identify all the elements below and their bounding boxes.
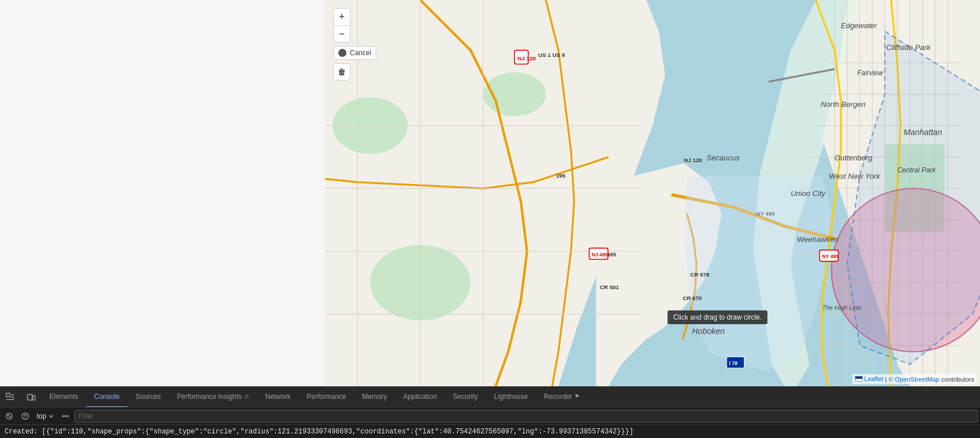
svg-text:I 78: I 78	[729, 360, 738, 366]
left-panel	[0, 0, 325, 386]
svg-text:Manhattan: Manhattan	[904, 128, 942, 137]
cancel-button[interactable]: Cancel	[333, 46, 376, 60]
svg-text:North Bergen: North Bergen	[821, 100, 866, 109]
osm-link[interactable]: © OpenStreetMap	[889, 376, 940, 383]
tab-network[interactable]: Network	[257, 387, 299, 408]
cancel-label: Cancel	[350, 49, 371, 57]
svg-text:West New York: West New York	[829, 172, 881, 180]
svg-text:NJ 120: NJ 120	[518, 55, 536, 62]
svg-text:NJ 495: NJ 495	[592, 252, 608, 258]
svg-text:CR 501: CR 501	[600, 284, 619, 290]
svg-text:CR 678: CR 678	[690, 271, 710, 278]
svg-text:Secaucus: Secaucus	[707, 153, 740, 162]
tab-sources[interactable]: Sources	[128, 387, 169, 408]
show-console-sidebar-button[interactable]	[59, 409, 72, 423]
context-selector[interactable]: top	[34, 411, 56, 421]
svg-rect-76	[28, 394, 32, 400]
leaflet-link[interactable]: Leaflet	[865, 375, 883, 382]
devtools-bar: Elements Console Sources Performance ins…	[0, 386, 980, 438]
svg-line-79	[7, 414, 11, 418]
svg-text:CR 670: CR 670	[682, 295, 702, 301]
svg-rect-72	[6, 393, 10, 397]
console-filter-toggle[interactable]	[18, 409, 32, 423]
map-container: NY 495 NJ 120 CR 678 CR 670 CR 653 CR 50…	[325, 0, 980, 386]
svg-text:Union City: Union City	[790, 189, 826, 198]
tab-elements[interactable]: Elements	[41, 387, 86, 408]
svg-text:US 1 US 9: US 1 US 9	[538, 52, 565, 58]
svg-text:Fairview: Fairview	[857, 69, 883, 77]
svg-text:Cliffside Park: Cliffside Park	[886, 43, 931, 52]
contributors-label: contributors	[942, 376, 974, 383]
tab-performance-insights[interactable]: Performance insights ⚠	[169, 387, 257, 408]
cancel-dot-icon	[338, 49, 346, 57]
svg-point-86	[67, 416, 68, 417]
recorder-icon: ⚑	[574, 393, 580, 399]
console-output-text: Created: [{"id":110,"shape_props":{"shap…	[5, 428, 634, 436]
svg-text:NY 495: NY 495	[822, 253, 839, 259]
chevron-down-icon	[48, 413, 54, 419]
svg-rect-77	[33, 395, 35, 400]
zoom-in-button[interactable]: +	[333, 8, 350, 25]
map-attribution: Leaflet | © OpenStreetMap contributors	[852, 374, 977, 384]
filter-input[interactable]	[75, 410, 978, 422]
svg-text:Central Park: Central Park	[897, 166, 936, 174]
map-controls: + − Cancel 🗑	[333, 8, 376, 80]
trash-button[interactable]: 🗑	[333, 63, 350, 80]
draw-circle-tooltip: Click and drag to draw circle.	[668, 310, 767, 324]
inspect-element-button[interactable]	[0, 387, 21, 408]
console-toolbar: top	[0, 407, 980, 424]
console-output: Created: [{"id":110,"shape_props":{"shap…	[0, 424, 980, 438]
tab-console[interactable]: Console	[86, 387, 128, 408]
devtools-tabs: Elements Console Sources Performance ins…	[0, 386, 980, 407]
svg-point-84	[65, 416, 66, 417]
tab-security[interactable]: Security	[445, 387, 486, 408]
leaflet-badge: Leaflet	[855, 375, 883, 382]
svg-text:Hoboken: Hoboken	[692, 326, 725, 336]
tab-application[interactable]: Application	[395, 387, 445, 408]
tab-memory[interactable]: Memory	[354, 387, 395, 408]
svg-text:Edgewater: Edgewater	[841, 21, 877, 30]
svg-text:Guttenberg: Guttenberg	[835, 153, 873, 162]
main-area: NY 495 NJ 120 CR 678 CR 670 CR 653 CR 50…	[0, 0, 980, 386]
svg-text:195: 195	[556, 172, 566, 179]
zoom-out-button[interactable]: −	[333, 25, 350, 43]
tab-recorder[interactable]: Recorder ⚑	[536, 387, 588, 408]
svg-text:Weehawken: Weehawken	[797, 235, 838, 244]
leaflet-flag-icon	[855, 376, 863, 382]
performance-insights-icon: ⚠	[244, 393, 249, 399]
svg-text:The High Line: The High Line	[822, 304, 861, 311]
tab-lighthouse[interactable]: Lighthouse	[486, 387, 536, 408]
tab-performance[interactable]: Performance	[299, 387, 354, 408]
context-label: top	[37, 412, 47, 420]
svg-point-85	[63, 416, 64, 417]
console-clear-button[interactable]	[2, 409, 16, 423]
device-toggle-button[interactable]	[21, 387, 41, 408]
svg-text:NJ 120: NJ 120	[684, 157, 703, 163]
